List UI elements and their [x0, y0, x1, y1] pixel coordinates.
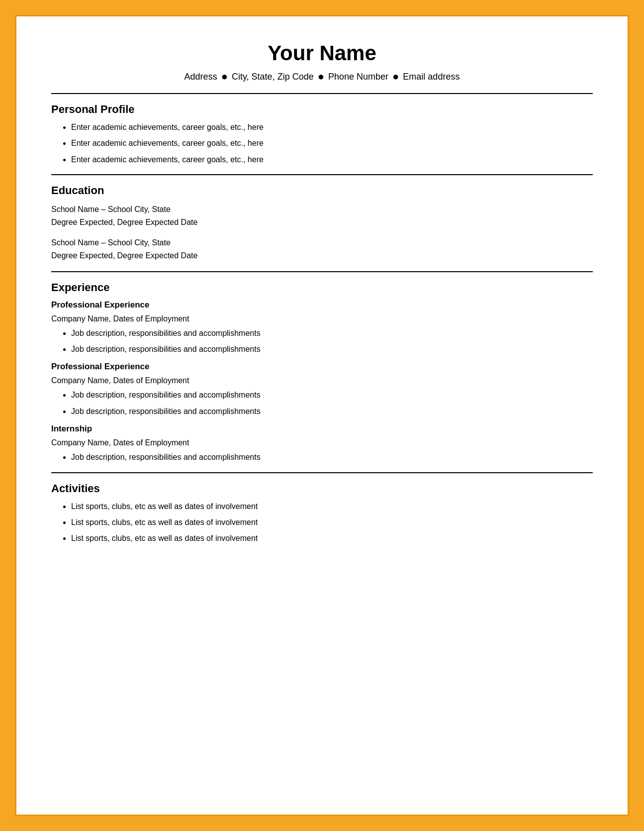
- list-item: Job description, responsibilities and ac…: [71, 344, 593, 355]
- activities-section: Activities List sports, clubs, etc as we…: [51, 482, 593, 544]
- job-duties-list-1: Job description, responsibilities and ac…: [71, 328, 593, 355]
- address-text: Address: [184, 72, 217, 82]
- list-item: List sports, clubs, etc as well as dates…: [71, 533, 593, 544]
- list-item: Job description, responsibilities and ac…: [71, 452, 593, 463]
- resume-container: Your Name Address ● City, State, Zip Cod…: [15, 15, 629, 816]
- list-item: List sports, clubs, etc as well as dates…: [71, 501, 593, 512]
- experience-block-2: Professional Experience Company Name, Da…: [51, 362, 593, 417]
- personal-profile-title: Personal Profile: [51, 103, 593, 116]
- list-item: Enter academic achievements, career goal…: [71, 122, 593, 133]
- personal-profile-section: Personal Profile Enter academic achievem…: [51, 103, 593, 165]
- personal-profile-list: Enter academic achievements, career goal…: [71, 122, 593, 165]
- separator-2: ●: [318, 70, 324, 83]
- job-company-2: Company Name, Dates of Employment: [51, 375, 593, 387]
- divider-4: [51, 472, 593, 473]
- list-item: Enter academic achievements, career goal…: [71, 138, 593, 149]
- job-company-1: Company Name, Dates of Employment: [51, 313, 593, 325]
- education-section: Education School Name – School City, Sta…: [51, 184, 593, 262]
- activities-title: Activities: [51, 482, 593, 495]
- experience-block-3: Internship Company Name, Dates of Employ…: [51, 424, 593, 463]
- education-title: Education: [51, 184, 593, 197]
- school-name-2: School Name – School City, State: [51, 236, 593, 249]
- job-subtitle-3: Internship: [51, 424, 593, 434]
- header-section: Your Name Address ● City, State, Zip Cod…: [51, 41, 593, 83]
- resume-name: Your Name: [51, 41, 593, 65]
- school-block-1: School Name – School City, State Degree …: [51, 203, 593, 228]
- page-wrapper: Your Name Address ● City, State, Zip Cod…: [0, 0, 644, 831]
- separator-3: ●: [392, 70, 399, 83]
- divider-3: [51, 271, 593, 272]
- divider-1: [51, 93, 593, 94]
- job-subtitle-2: Professional Experience: [51, 362, 593, 372]
- job-company-3: Company Name, Dates of Employment: [51, 437, 593, 449]
- school-block-2: School Name – School City, State Degree …: [51, 236, 593, 262]
- contact-line: Address ● City, State, Zip Code ● Phone …: [51, 70, 593, 83]
- job-subtitle-1: Professional Experience: [51, 300, 593, 310]
- activities-list: List sports, clubs, etc as well as dates…: [71, 501, 593, 544]
- experience-section: Experience Professional Experience Compa…: [51, 281, 593, 463]
- list-item: Enter academic achievements, career goal…: [71, 154, 593, 165]
- divider-2: [51, 174, 593, 175]
- school-degree-2: Degree Expected, Degree Expected Date: [51, 249, 593, 262]
- experience-block-1: Professional Experience Company Name, Da…: [51, 300, 593, 355]
- job-duties-list-3: Job description, responsibilities and ac…: [71, 452, 593, 463]
- list-item: Job description, responsibilities and ac…: [71, 328, 593, 339]
- list-item: Job description, responsibilities and ac…: [71, 390, 593, 401]
- list-item: List sports, clubs, etc as well as dates…: [71, 517, 593, 528]
- separator-1: ●: [221, 70, 228, 83]
- job-duties-list-2: Job description, responsibilities and ac…: [71, 390, 593, 417]
- phone-text: Phone Number: [328, 72, 388, 82]
- list-item: Job description, responsibilities and ac…: [71, 406, 593, 417]
- city-state-zip-text: City, State, Zip Code: [232, 72, 314, 82]
- experience-title: Experience: [51, 281, 593, 294]
- school-name-1: School Name – School City, State: [51, 203, 593, 216]
- email-text: Email address: [403, 72, 460, 82]
- school-degree-1: Degree Expected, Degree Expected Date: [51, 216, 593, 229]
